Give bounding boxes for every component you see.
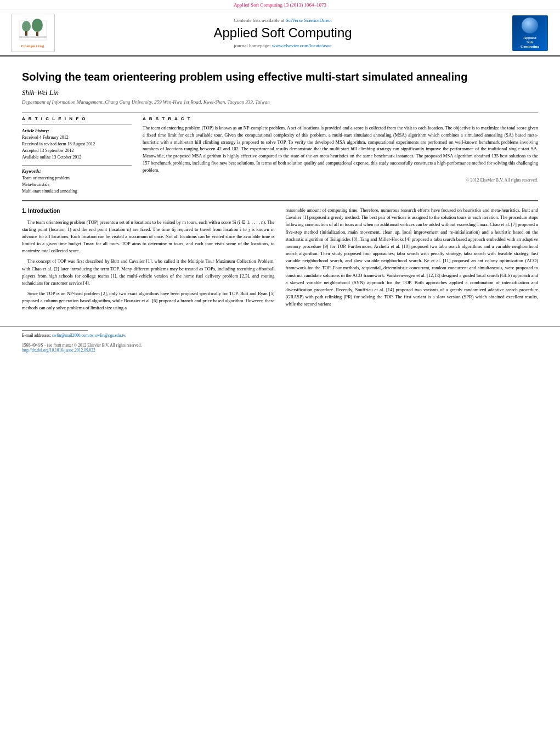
homepage-link[interactable]: www.elsevier.com/locate/asoc [272,43,332,48]
keyword-2: Meta-heuristics [22,182,132,188]
svg-point-3 [32,19,43,32]
intro-para-2: The concept of TOP was first described b… [22,258,275,287]
paper-title: Solving the team orienteering problem us… [22,70,538,84]
article-dates: Received 4 February 2012 Received in rev… [22,134,132,161]
svg-rect-5 [19,36,47,38]
revised-date: Received in revised form 18 August 2012 [22,141,132,148]
badge-label-2: Soft [527,40,533,44]
footer-issn: 1568-4946/$ – see front matter © 2012 El… [22,343,538,348]
page: Applied Soft Computing 13 (2013) 1064–10… [0,0,560,741]
abstract-text: The team orienteering problem (TOP) is k… [143,125,538,173]
body-col-right: reasonable amount of computing time. The… [286,207,539,315]
article-info-abstract: A R T I C L E I N F O Article history: R… [22,116,538,195]
doi-link[interactable]: http://dx.doi.org/10.1016/j.asoc.2012.09… [22,348,95,353]
journal-citation: Applied Soft Computing 13 (2013) 1064–10… [234,2,326,8]
keyword-3: Multi-start simulated annealing [22,188,132,195]
divider-keywords [22,165,132,166]
article-info-section: A R T I C L E I N F O Article history: R… [22,116,132,195]
email-link[interactable]: swlin@mail2000.com.tw, swlin@cgu.edu.tw [52,333,126,338]
journal-title: Applied Soft Computing [60,25,505,41]
divider-info [22,125,132,125]
header: Computing Contents lists available at Sc… [0,9,560,56]
elsevier-logo: Computing [11,14,55,52]
main-content: Solving the team orienteering problem us… [0,56,560,321]
journal-header-center: Contents lists available at SciVerse Sci… [60,18,505,48]
svg-rect-4 [36,32,38,36]
footer-doi[interactable]: http://dx.doi.org/10.1016/j.asoc.2012.09… [22,348,538,353]
abstract-title: A B S T R A C T [143,116,538,121]
copyright-text: © 2012 Elsevier B.V. All rights reserved… [143,178,538,183]
divider-1 [22,112,538,113]
intro-heading: 1. Introduction [22,207,275,216]
sciverse-text: Contents lists available at [234,18,285,23]
email-label: E-mail addresses: [22,333,51,338]
badge-circle-graphic [522,18,538,33]
journal-badge: Applied Soft Computing [511,15,549,51]
footnote-divider [22,330,88,331]
keywords-list: Team orienteering problem Meta-heuristic… [22,175,132,195]
body-columns: 1. Introduction The team orienteering pr… [22,207,538,315]
author-affiliation: Department of Information Management, Ch… [22,99,538,105]
svg-point-1 [22,21,31,32]
keyword-1: Team orienteering problem [22,175,132,182]
received-date: Received 4 February 2012 [22,134,132,141]
history-label: Article history: [22,128,132,133]
article-info-title: A R T I C L E I N F O [22,116,132,121]
accepted-date: Accepted 13 September 2012 [22,148,132,154]
footer-bar: 1568-4946/$ – see front matter © 2012 El… [0,341,560,355]
body-col-left: 1. Introduction The team orienteering pr… [22,207,275,315]
elsevier-wordmark: Computing [21,44,45,48]
keywords-label: Keywords: [22,169,132,174]
badge-label-1: Applied [523,36,536,40]
divider-body [22,200,538,201]
journal-bar: Applied Soft Computing 13 (2013) 1064–10… [0,0,560,9]
intro-para-1: The team orienteering problem (TOP) pres… [22,219,275,255]
footnote-area: E-mail addresses: swlin@mail2000.com.tw,… [0,326,560,341]
svg-rect-2 [25,31,27,36]
elsevier-tree-icon [16,18,49,43]
homepage-text: journal homepage: [234,43,271,48]
badge-label-3: Computing [521,44,539,49]
footnote-text: E-mail addresses: swlin@mail2000.com.tw,… [22,333,538,339]
available-date: Available online 13 October 2012 [22,154,132,161]
intro-para-4: reasonable amount of computing time. The… [286,207,539,308]
sciverse-anchor[interactable]: SciVerse ScienceDirect [286,18,332,23]
sciverse-link[interactable]: Contents lists available at SciVerse Sci… [60,18,505,23]
abstract-section: A B S T R A C T The team orienteering pr… [143,116,538,195]
intro-para-3: Since the TOP is an NP-hard problem [2],… [22,290,275,312]
author-name: Shih-Wei Lin [22,88,538,97]
journal-homepage: journal homepage: www.elsevier.com/locat… [60,43,505,48]
